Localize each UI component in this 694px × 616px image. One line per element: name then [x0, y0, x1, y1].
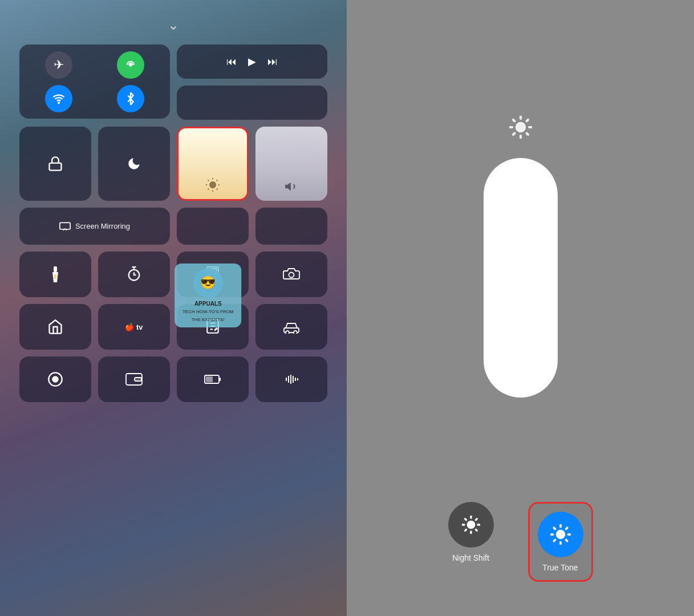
svg-rect-40 [135, 378, 141, 381]
svg-line-11 [217, 180, 218, 181]
chevron-icon[interactable]: ⌄ [168, 17, 179, 33]
svg-line-73 [566, 540, 567, 541]
true-tone-circle[interactable] [538, 512, 583, 557]
soundwave-tile[interactable] [255, 356, 327, 402]
empty-tile-2 [255, 208, 327, 245]
bottom-controls: Night Shift True Tone [370, 502, 671, 582]
svg-line-10 [208, 189, 209, 190]
svg-point-21 [212, 274, 214, 275]
svg-rect-14 [54, 266, 57, 272]
svg-rect-2 [50, 163, 62, 171]
bluetooth-icon [117, 85, 144, 112]
svg-line-6 [208, 180, 209, 181]
home-tile[interactable] [19, 304, 91, 350]
appletv-tile[interactable]: 🍎 tv [98, 304, 170, 350]
wallet-tile[interactable] [98, 356, 170, 402]
airplane-toggle[interactable]: ✈ [25, 50, 92, 79]
svg-rect-16 [54, 274, 56, 279]
flashlight-tile[interactable] [19, 252, 91, 297]
do-not-disturb-tile[interactable] [98, 127, 170, 201]
calculator-icon [206, 266, 220, 282]
svg-point-26 [209, 279, 211, 281]
connectivity-tile[interactable]: ✈ [19, 44, 170, 119]
timer-tile[interactable] [98, 252, 170, 297]
brightness-sun-top [509, 116, 532, 141]
brightness-track[interactable] [484, 158, 558, 398]
svg-point-23 [209, 277, 211, 278]
night-shift-control[interactable]: Night Shift [448, 502, 494, 562]
timer-icon [126, 266, 142, 282]
night-shift-icon [462, 516, 480, 534]
svg-point-38 [52, 376, 59, 383]
battery-tile[interactable] [177, 356, 249, 402]
svg-line-68 [476, 519, 477, 520]
camera-icon [283, 268, 300, 281]
volume-slider-tile[interactable] [255, 127, 327, 201]
svg-line-58 [513, 133, 514, 135]
svg-line-77 [566, 528, 567, 529]
night-shift-label: Night Shift [452, 553, 489, 562]
wifi-icon [45, 85, 72, 112]
svg-point-24 [212, 277, 214, 278]
forward-button[interactable]: ⏭ [267, 56, 278, 68]
wifi-toggle[interactable] [25, 84, 92, 113]
notes-icon [205, 319, 220, 335]
record-icon [47, 371, 63, 387]
svg-point-3 [210, 182, 216, 188]
svg-marker-12 [285, 182, 291, 191]
svg-rect-19 [209, 269, 217, 271]
screen-lock-tile[interactable] [19, 127, 91, 201]
svg-point-28 [215, 279, 217, 281]
rewind-button[interactable]: ⏮ [226, 56, 237, 68]
empty-tile-1 [177, 208, 249, 245]
media-info-tile [177, 86, 327, 120]
calculator-tile[interactable] [177, 252, 249, 297]
svg-point-25 [215, 277, 217, 278]
flashlight-icon [49, 266, 62, 282]
screen-mirroring-tile[interactable]: Screen Mirroring [19, 208, 170, 245]
notes-tile[interactable] [177, 304, 249, 350]
svg-line-64 [476, 529, 477, 530]
record-tile[interactable] [19, 356, 91, 402]
play-button[interactable]: ▶ [248, 55, 256, 68]
svg-line-7 [217, 189, 218, 190]
wallet-icon [125, 373, 143, 386]
svg-line-59 [526, 120, 527, 121]
sun-top-icon [509, 116, 532, 139]
svg-point-20 [209, 274, 211, 275]
hotspot-icon [117, 51, 144, 79]
left-panel: ⌄ ✈ [0, 0, 347, 616]
night-shift-circle[interactable] [448, 502, 494, 548]
camera-tile[interactable] [255, 252, 327, 297]
true-tone-label: True Tone [542, 563, 578, 572]
volume-icon [284, 179, 299, 194]
svg-point-0 [129, 63, 132, 67]
carplay-tile[interactable] [255, 304, 327, 350]
appletv-label: 🍎 tv [125, 323, 143, 331]
media-controls[interactable]: ⏮ ▶ ⏭ [177, 44, 327, 79]
svg-point-60 [467, 521, 474, 528]
svg-point-22 [215, 274, 217, 275]
svg-line-63 [465, 519, 466, 520]
svg-point-51 [516, 123, 525, 132]
svg-rect-43 [206, 376, 213, 382]
svg-line-54 [513, 120, 514, 121]
right-panel: Night Shift True Tone [347, 0, 694, 616]
svg-point-1 [58, 102, 59, 103]
hotspot-toggle[interactable] [97, 50, 164, 79]
true-tone-wrapper[interactable]: True Tone [528, 502, 593, 582]
svg-point-27 [212, 279, 214, 281]
screen-mirror-icon [59, 222, 71, 231]
home-icon [47, 319, 63, 335]
brightness-sun-icon [205, 177, 220, 192]
brightness-slider-tile[interactable] [177, 127, 249, 201]
brightness-slider-area [370, 34, 671, 479]
screen-mirroring-label: Screen Mirroring [75, 222, 130, 230]
svg-point-36 [294, 331, 297, 334]
svg-line-55 [526, 133, 527, 135]
battery-icon [204, 374, 221, 384]
svg-line-67 [465, 529, 466, 530]
car-icon [283, 320, 300, 334]
bluetooth-toggle[interactable] [97, 84, 164, 113]
airplane-icon: ✈ [45, 51, 72, 79]
